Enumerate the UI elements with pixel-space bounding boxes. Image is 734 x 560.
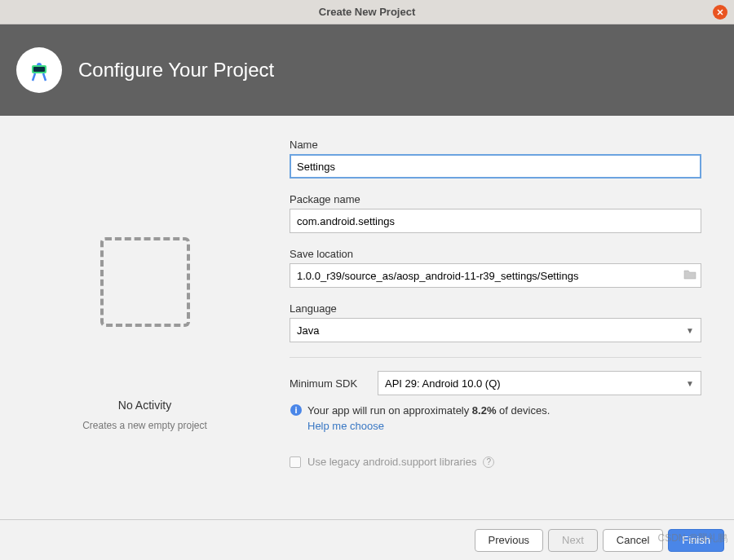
location-input[interactable] xyxy=(290,263,701,288)
name-input[interactable] xyxy=(290,154,701,179)
activity-name: No Activity xyxy=(118,399,171,412)
close-icon xyxy=(717,9,723,15)
location-label: Save location xyxy=(290,248,701,260)
language-select[interactable]: Java ▼ xyxy=(290,318,701,342)
help-icon[interactable]: ? xyxy=(483,456,494,468)
close-button[interactable] xyxy=(713,5,727,20)
language-value: Java xyxy=(297,324,319,337)
chevron-down-icon: ▼ xyxy=(686,326,694,335)
content: No Activity Creates a new empty project … xyxy=(0,116,734,519)
cancel-button[interactable]: Cancel xyxy=(603,529,663,552)
svg-rect-2 xyxy=(33,67,45,72)
previous-button[interactable]: Previous xyxy=(475,529,544,552)
info-icon: i xyxy=(290,403,303,417)
help-link[interactable]: Help me choose xyxy=(307,420,384,432)
window-title: Create New Project xyxy=(319,6,416,18)
legacy-checkbox[interactable] xyxy=(290,456,301,468)
footer: Previous Next Cancel Finish xyxy=(0,519,734,560)
name-label: Name xyxy=(290,139,701,151)
svg-text:i: i xyxy=(294,405,297,415)
form-panel: Name Package name Save location Language… xyxy=(290,116,734,519)
folder-icon[interactable] xyxy=(683,268,696,283)
legacy-label: Use legacy android.support libraries xyxy=(307,456,476,468)
divider xyxy=(290,357,701,358)
page-title: Configure Your Project xyxy=(78,59,274,82)
language-label: Language xyxy=(290,302,701,315)
package-label: Package name xyxy=(290,193,701,205)
sdk-label: Minimum SDK xyxy=(290,377,371,390)
activity-description: Creates a new empty project xyxy=(82,420,207,431)
chevron-down-icon: ▼ xyxy=(686,379,694,388)
next-button: Next xyxy=(548,529,598,552)
activity-preview xyxy=(100,237,190,327)
android-studio-icon xyxy=(16,47,62,93)
sdk-select[interactable]: API 29: Android 10.0 (Q) ▼ xyxy=(378,371,701,395)
finish-button[interactable]: Finish xyxy=(668,529,724,552)
package-input[interactable] xyxy=(290,209,701,233)
sdk-info-text: Your app will run on approximately 8.2% … xyxy=(307,403,550,418)
titlebar: Create New Project xyxy=(0,0,734,24)
left-panel: No Activity Creates a new empty project xyxy=(0,116,290,519)
header: Configure Your Project xyxy=(0,24,734,116)
sdk-value: API 29: Android 10.0 (Q) xyxy=(385,377,501,390)
